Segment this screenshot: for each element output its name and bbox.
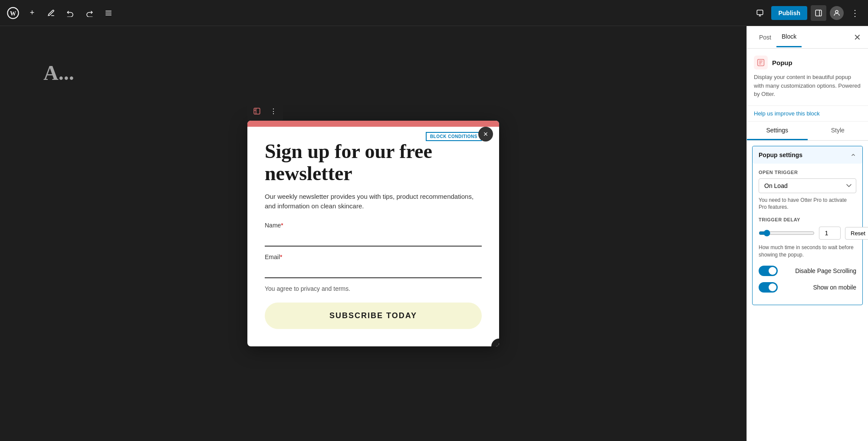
improve-link[interactable]: Help us improve this block (747, 106, 868, 122)
plugin-description: Display your content in beautiful popup … (754, 73, 861, 99)
svg-rect-9 (254, 109, 260, 115)
popup-settings-header[interactable]: Popup settings (753, 146, 862, 164)
open-trigger-label: OPEN TRIGGER (759, 170, 856, 175)
popup-overlay: ⋮ BLOCK CONDITIONS Sign up for our free … (0, 26, 746, 441)
show-mobile-toggle[interactable] (759, 282, 778, 293)
topbar: W + Publish ⋮ (0, 0, 868, 26)
disable-scrolling-row: Disable Page Scrolling (759, 266, 856, 276)
popup-header-bar (247, 121, 499, 127)
popup-settings-title: Popup settings (759, 151, 802, 158)
settings-style-tabs: Settings Style (747, 122, 868, 141)
add-block-button[interactable]: + (24, 5, 40, 21)
plugin-name: Popup (772, 59, 792, 66)
style-tab[interactable]: Style (808, 122, 868, 140)
block-conditions-badge[interactable]: BLOCK CONDITIONS (426, 132, 482, 141)
svg-point-8 (835, 10, 838, 13)
redo-button[interactable] (82, 5, 97, 21)
trigger-delay-label: TRIGGER DELAY (759, 217, 856, 222)
block-tab[interactable]: Block (776, 27, 802, 47)
post-tab[interactable]: Post (754, 27, 776, 47)
wp-logo[interactable]: W (5, 5, 21, 21)
plugin-icon (754, 56, 768, 69)
email-form-group: Email* (265, 253, 482, 278)
plugin-info-header: Popup (754, 56, 861, 69)
show-mobile-row: Show on mobile (759, 282, 856, 293)
sidebar-toggle-button[interactable] (811, 5, 826, 21)
reset-delay-button[interactable]: Reset (845, 227, 868, 240)
disable-scrolling-toggle[interactable] (759, 266, 778, 276)
trigger-delay-row: Reset (759, 227, 856, 240)
panel-tabs: Post Block (754, 27, 802, 47)
main-layout: A... ⋮ BLOCK CONDITIONS (0, 26, 868, 441)
svg-rect-6 (815, 10, 822, 16)
privacy-text: You agree to privacy and terms. (265, 285, 482, 292)
plugin-info: Popup Display your content in beautiful … (747, 49, 868, 106)
delay-slider[interactable] (759, 230, 815, 237)
popup-modal: BLOCK CONDITIONS Sign up for our free ne… (247, 121, 499, 346)
popup-more-button[interactable]: ⋮ (266, 103, 281, 119)
popup-settings-body: OPEN TRIGGER On Load You need to have Ot… (753, 164, 862, 305)
delay-input[interactable] (819, 227, 841, 240)
email-input[interactable] (265, 263, 482, 278)
trigger-delay-section: TRIGGER DELAY Reset How much time in sec… (759, 217, 856, 259)
canvas-area: A... ⋮ BLOCK CONDITIONS (0, 26, 746, 441)
svg-text:W: W (10, 10, 16, 16)
popup-icon-button[interactable] (249, 103, 265, 119)
open-trigger-select[interactable]: On Load (759, 178, 856, 193)
save-draft-button[interactable] (738, 10, 749, 16)
subscribe-button[interactable]: SUBSCRIBE TODAY (265, 303, 482, 329)
popup-settings-section: Popup settings OPEN TRIGGER On Load You … (752, 146, 863, 305)
list-view-button[interactable] (101, 5, 116, 21)
pro-note: You need to have Otter Pro to activate P… (759, 197, 856, 211)
panel-close-button[interactable]: ✕ (854, 32, 861, 43)
show-mobile-label: Show on mobile (813, 284, 856, 291)
popup-description: Our weekly newsletter provides you with … (265, 192, 482, 211)
delay-description: How much time in seconds to wait before … (759, 244, 856, 259)
undo-button[interactable] (62, 5, 78, 21)
svg-rect-5 (757, 10, 763, 15)
name-input[interactable] (265, 231, 482, 247)
right-panel: Post Block ✕ Popup Display your content … (746, 26, 868, 441)
popup-content: BLOCK CONDITIONS Sign up for our free ne… (247, 127, 499, 346)
more-options-button[interactable]: ⋮ (847, 5, 863, 21)
panel-header: Post Block ✕ (747, 26, 868, 49)
tools-button[interactable] (43, 5, 59, 21)
popup-wrapper: ⋮ BLOCK CONDITIONS Sign up for our free … (247, 121, 499, 346)
name-form-group: Name* (265, 222, 482, 247)
disable-scrolling-label: Disable Page Scrolling (795, 267, 856, 274)
name-label: Name* (265, 222, 482, 229)
preview-button[interactable] (752, 5, 768, 21)
email-label: Email* (265, 253, 482, 260)
popup-toolbar: ⋮ (247, 102, 283, 121)
user-avatar-button[interactable] (830, 6, 844, 20)
popup-title: Sign up for our free newsletter (265, 141, 482, 184)
settings-tab[interactable]: Settings (747, 122, 808, 140)
publish-button[interactable]: Publish (771, 6, 807, 20)
